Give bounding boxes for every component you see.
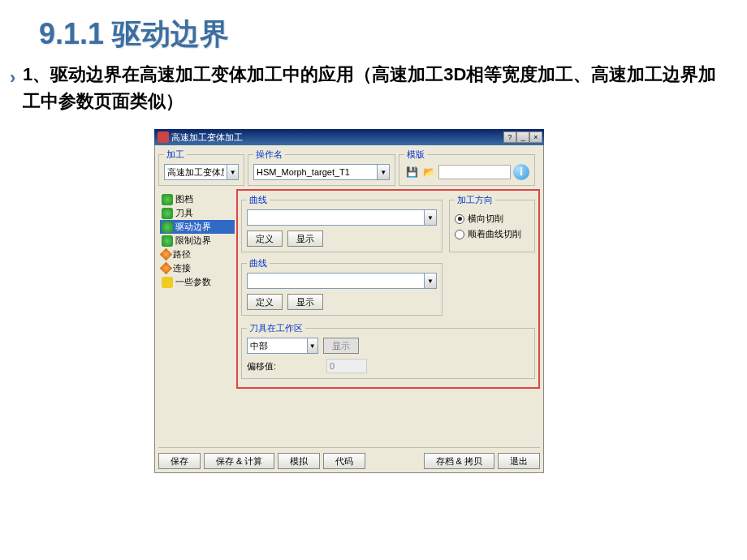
operation-input[interactable] [253,164,378,180]
chevron-down-icon[interactable]: ▼ [378,164,390,180]
tree-item-icon [162,194,173,205]
direction-group: 加工方向 横向切削 顺着曲线切削 [449,194,535,252]
direction-opt2-label: 顺着曲线切削 [468,228,521,240]
tree-item-2[interactable]: 驱动边界 [160,220,235,234]
top-row: 加工 ▼ 操作名 ▼ 模版 💾 📂 [158,149,540,186]
window-title: 高速加工变体加工 [171,131,243,144]
curve1-combo[interactable]: ▼ [247,209,437,226]
curve1-define-button[interactable]: 定义 [247,230,283,247]
code-button[interactable]: 代码 [323,453,365,469]
dialog-body: 加工 ▼ 操作名 ▼ 模版 💾 📂 [154,145,544,473]
tree-item-icon [160,262,173,275]
tree-item-label: 限制边界 [175,235,211,247]
bottom-bar: 保存 保存 & 计算 模拟 代码 存档 & 拷贝 退出 [158,447,540,469]
tree-item-label: 刀具 [175,207,193,219]
template-group: 模版 💾 📂 i [399,149,535,186]
slide-body: › 1、驱动边界在高速加工变体加工中的应用（高速加工3D相等宽度加工、高速加工边… [0,61,747,114]
machining-legend: 加工 [164,149,187,161]
direction-legend: 加工方向 [455,194,495,206]
slide-title: 9.1.1 驱动边界 [0,0,747,61]
offset-input [326,359,367,373]
save-template-icon[interactable]: 💾 [404,165,419,179]
tree-item-icon [162,208,173,219]
tree-item-label: 连接 [173,262,191,274]
tree-item-5[interactable]: 连接 [160,261,235,275]
close-button[interactable]: × [529,131,542,143]
curve2-legend: 曲线 [247,257,270,269]
titlebar: 高速加工变体加工 ? _ × [154,129,544,145]
curve1-legend: 曲线 [247,194,270,206]
info-icon[interactable]: i [513,164,529,180]
curve1-group: 曲线 ▼ 定义 显示 [241,194,443,252]
curve2-show-button[interactable]: 显示 [287,294,323,310]
nav-tree: 图档刀具驱动边界限制边界路径连接一些参数 [158,189,236,441]
tree-item-6[interactable]: 一些参数 [160,275,235,289]
direction-radio-1[interactable]: 横向切削 [455,213,529,225]
tree-item-label: 驱动边界 [175,221,211,233]
curve2-define-button[interactable]: 定义 [247,294,283,310]
exit-button[interactable]: 退出 [498,453,540,469]
curve2-input[interactable] [247,273,425,289]
machining-input[interactable] [164,164,227,180]
open-template-icon[interactable]: 📂 [421,165,436,179]
titlebar-buttons: ? _ × [503,131,542,143]
slide-body-text: 1、驱动边界在高速加工变体加工中的应用（高速加工3D相等宽度加工、高速加工边界加… [23,64,716,111]
tree-item-icon [162,235,173,247]
curve1-show-button[interactable]: 显示 [287,230,323,247]
chevron-down-icon[interactable]: ▼ [425,209,437,226]
tree-item-label: 路径 [173,248,191,261]
operation-legend: 操作名 [253,149,285,161]
operation-group: 操作名 ▼ [248,149,395,186]
workzone-legend: 刀具在工作区 [247,322,305,334]
machining-combo[interactable]: ▼ [164,164,239,180]
tree-item-icon [160,248,173,261]
save-calc-button[interactable]: 保存 & 计算 [204,453,274,469]
chevron-down-icon[interactable]: ▼ [425,273,437,289]
workzone-combo[interactable]: ▼ [247,338,318,354]
tree-item-icon [162,222,173,233]
workzone-show-button: 显示 [323,338,359,354]
save-copy-button[interactable]: 存档 & 拷贝 [424,453,494,469]
tree-item-label: 一些参数 [175,276,211,288]
app-icon [158,131,169,143]
curve2-group: 曲线 ▼ 定义 显示 [241,257,443,316]
tree-item-3[interactable]: 限制边界 [160,234,235,248]
minimize-button[interactable]: _ [516,131,529,143]
template-field[interactable] [438,165,511,179]
tree-item-icon [162,277,173,288]
radio-icon [455,230,464,239]
tree-item-0[interactable]: 图档 [160,192,235,206]
direction-opt1-label: 横向切削 [468,213,503,225]
simulate-button[interactable]: 模拟 [278,453,320,469]
offset-label: 偏移值: [247,360,276,373]
highlighted-region: 曲线 ▼ 定义 显示 [236,189,540,389]
tree-item-label: 图档 [175,193,193,205]
workzone-input[interactable] [247,338,308,354]
machining-group: 加工 ▼ [158,149,244,186]
dialog-container: 高速加工变体加工 ? _ × 加工 ▼ 操作名 ▼ [154,129,544,473]
curve2-combo[interactable]: ▼ [247,273,437,289]
tree-item-4[interactable]: 路径 [160,248,235,261]
bullet-icon: › [10,64,15,91]
template-legend: 模版 [404,149,427,161]
direction-radio-2[interactable]: 顺着曲线切削 [455,228,529,240]
operation-combo[interactable]: ▼ [253,164,390,180]
tree-item-1[interactable]: 刀具 [160,206,235,220]
main-panel: 曲线 ▼ 定义 显示 [236,189,540,441]
curve1-input[interactable] [247,209,425,226]
chevron-down-icon[interactable]: ▼ [227,164,239,180]
save-button[interactable]: 保存 [158,453,201,469]
main-row: 图档刀具驱动边界限制边界路径连接一些参数 曲线 ▼ [158,189,540,441]
workzone-group: 刀具在工作区 ▼ 显示 偏移值: [241,322,535,379]
help-button[interactable]: ? [503,131,516,143]
radio-icon [455,214,464,224]
chevron-down-icon[interactable]: ▼ [308,338,318,354]
